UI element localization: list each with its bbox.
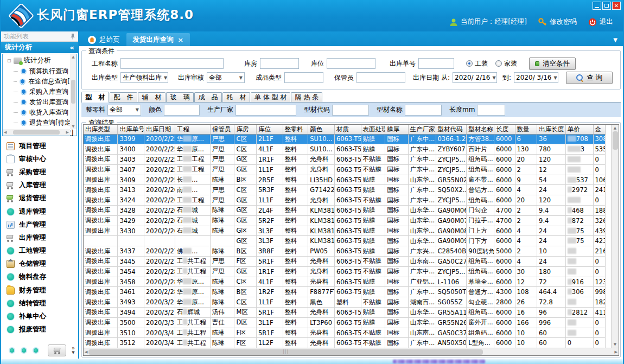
table-row[interactable]: 调拨出库34302020/2/26石城陈琳G区3L3F整料KLM38176063…	[84, 226, 606, 236]
table-row[interactable]: 调拨出库35102020/3/4工共工程陈琳F区5R1F整料光身料6063-T5…	[84, 328, 606, 338]
more-modules-button[interactable]: »▼	[72, 346, 75, 355]
column-header[interactable]: 膜厚	[385, 125, 409, 134]
date-from-select[interactable]: 2020/ 2/16▼	[453, 72, 497, 83]
change-password-button[interactable]: 修改密码	[538, 17, 577, 27]
table-row[interactable]: 调拨出库35002020/3/3工共工程曹佳D区3L1F整料LT3P606063…	[84, 317, 606, 328]
minimize-button[interactable]	[593, 2, 601, 10]
sidebar-item[interactable]: 仓储管理	[7, 258, 78, 271]
scroll-up-icon[interactable]: ▲	[614, 126, 616, 130]
grid-horizontal-scrollbar[interactable]: ◀ ||| ▶	[84, 348, 619, 355]
scroll-thumb[interactable]: |||	[88, 349, 483, 355]
tree-item[interactable]: 采购入库查询	[14, 87, 77, 97]
material-tab[interactable]: 玻 璃	[166, 92, 194, 102]
module-dot-icon[interactable]	[33, 347, 39, 354]
sidebar-item[interactable]: 生产管理	[7, 218, 78, 231]
table-row[interactable]: 调拨出库34132020/2/26南...严思C区5R3F整料G71422606…	[84, 185, 606, 195]
scroll-thumb[interactable]	[613, 131, 618, 150]
scroll-thumb[interactable]	[13, 130, 60, 135]
table-row[interactable]: 调拨出库34612020/2/28华原...陈琳B区1R2F整料F8877FT6…	[84, 287, 606, 297]
column-header[interactable]: 表面处理	[361, 125, 385, 134]
scroll-thumb[interactable]	[71, 80, 75, 104]
table-row[interactable]: 调拨出库35122020/3/4工共工程陈琳F区1L2F整料光身料6063-T5…	[84, 338, 606, 348]
table-row[interactable]: 调拨出库34282020/2/26石城陈琳G区2L4F整料KLM38176063…	[84, 206, 606, 216]
column-header[interactable]: 生产厂家	[408, 125, 436, 134]
tab-close-icon[interactable]: ×	[178, 36, 184, 44]
clear-conditions-button[interactable]: 清空条件	[529, 58, 576, 70]
sidebar-item[interactable]: 报废管理	[7, 323, 78, 336]
column-header[interactable]: 保管员	[210, 125, 234, 134]
color-input[interactable]	[164, 105, 200, 116]
column-header[interactable]: 型材名称	[467, 125, 494, 134]
column-header[interactable]: 金	[593, 125, 605, 134]
date-to-select[interactable]: 2020/ 3/16▼	[514, 72, 558, 83]
tree-item[interactable]: 退货查询[待定]	[14, 118, 77, 128]
column-header[interactable]: 库房	[234, 125, 257, 134]
table-row[interactable]: 调拨出库34242020/2/26工工程严思G区1L1F整料光身料6063-T5…	[84, 195, 606, 206]
scroll-right-icon[interactable]: ▶	[66, 130, 69, 135]
sidebar-item[interactable]: 采购管理	[7, 165, 78, 178]
radio-jiazhuang[interactable]: 家装	[495, 59, 517, 68]
column-header[interactable]: 单价	[565, 125, 593, 134]
factory-input[interactable]	[235, 105, 296, 116]
table-row[interactable]: 调拨出库34932020/3/2华原...陈琳C区1L1F整料黑色塑料不贴膜国标…	[84, 297, 606, 308]
keeper-input[interactable]	[356, 72, 405, 83]
tree-vertical-scrollbar[interactable]: ▲▼	[70, 54, 77, 129]
table-row[interactable]: 调拨出库34452020/2/27工共工程严思F区5R1F整料光身料6063-T…	[84, 257, 606, 267]
scroll-up-icon[interactable]: ▲	[72, 55, 74, 59]
column-header[interactable]: 长度	[494, 125, 515, 134]
material-tab[interactable]: 单 体 型 材	[251, 92, 290, 102]
sidebar-item[interactable]: 补单中心	[7, 310, 78, 323]
search-button[interactable]: 查 询	[566, 72, 613, 84]
table-row[interactable]: 调拨出库34372020/2/27佛...陈琳B区3R8F整料PW056063-…	[84, 246, 606, 257]
scroll-left-icon[interactable]: ◀	[85, 350, 87, 354]
warehouse-input[interactable]	[260, 58, 299, 69]
statistics-panel-header[interactable]: 统计分析 «	[1, 42, 78, 53]
sidebar-item[interactable]: 物料盘存	[7, 271, 78, 284]
module-dot-icon[interactable]	[9, 347, 15, 354]
length-input[interactable]	[477, 105, 505, 116]
table-row[interactable]: G区3L3F整料KLM38176063-T5贴膜国标山东华...GA90M09.…	[84, 236, 606, 246]
scroll-right-icon[interactable]: ▶	[615, 350, 617, 354]
grid-vertical-scrollbar[interactable]: ▲ ▼	[611, 125, 619, 348]
column-header[interactable]: 工程	[175, 125, 210, 134]
scroll-down-icon[interactable]: ▼	[614, 342, 616, 347]
sidebar-item[interactable]: 退库管理	[7, 205, 78, 218]
audit-select[interactable]: 全部▼	[207, 72, 245, 83]
table-row[interactable]: 调拨出库34942020/3/2石辉城汤伟M区5R1F整料光身料6063-T5贴…	[84, 308, 606, 318]
project-name-input[interactable]	[120, 58, 224, 69]
profile-code-input[interactable]	[332, 105, 369, 116]
table-row[interactable]: 调拨出库34542020/2/28工共工程严思G区1R1F整料光身料6063-T…	[84, 266, 606, 277]
column-header[interactable]: 出库长度	[537, 125, 566, 134]
whole-piece-select[interactable]: 全部▼	[107, 105, 141, 116]
tree-item[interactable]: 收货入库查询	[14, 107, 77, 118]
out-type-select[interactable]: 生产领料出库▼	[120, 72, 168, 83]
tree-item[interactable]: 预算执行查询	[14, 66, 77, 76]
scroll-down-icon[interactable]: ▼	[72, 124, 74, 129]
column-header[interactable]: 颜色	[308, 125, 335, 134]
tab-发货出库查询[interactable]: 发货出库查询×	[126, 33, 190, 46]
column-header[interactable]: 出库类型	[84, 125, 118, 134]
module-cart-button[interactable]	[48, 344, 66, 356]
sidebar-item[interactable]: 退货管理	[7, 192, 78, 205]
column-header[interactable]: 型材代码	[436, 125, 467, 134]
module-dot-icon[interactable]	[21, 347, 27, 354]
column-header[interactable]: 数量	[515, 125, 537, 134]
table-row[interactable]: 调拨出库34582020/2/28华原...陈琳C区4L1F整料光身料6063-…	[84, 277, 606, 287]
tab-list-chevron-icon[interactable]: ▼	[613, 37, 617, 43]
sidebar-item[interactable]: 入库管理	[7, 179, 78, 192]
table-row[interactable]: 调拨出库34032020/2/25工工程严思G区1R1F整料光身料6063-T5…	[84, 155, 606, 165]
column-header[interactable]: 材质	[334, 125, 361, 134]
sidebar-item[interactable]: 工地管理	[7, 245, 78, 258]
pin-icon[interactable]	[70, 33, 75, 40]
material-tab[interactable]: 辅 材	[138, 92, 165, 102]
tree-horizontal-scrollbar[interactable]: ◀▶	[3, 129, 70, 136]
material-tab[interactable]: 型 材	[81, 92, 109, 103]
sidebar-item[interactable]: 出库管理	[7, 231, 78, 244]
material-tab[interactable]: 耗 材	[222, 92, 250, 102]
collapse-icon[interactable]: «	[70, 43, 74, 52]
column-header[interactable]: 库位	[256, 125, 283, 134]
table-row[interactable]: 调拨出库33992020/2/25华原...严思C区2L1F整料SU10...6…	[84, 134, 606, 144]
column-header[interactable]: 整零料	[283, 125, 308, 134]
scroll-left-icon[interactable]: ◀	[4, 130, 7, 135]
sidebar-item[interactable]: 项目管理	[7, 139, 78, 152]
